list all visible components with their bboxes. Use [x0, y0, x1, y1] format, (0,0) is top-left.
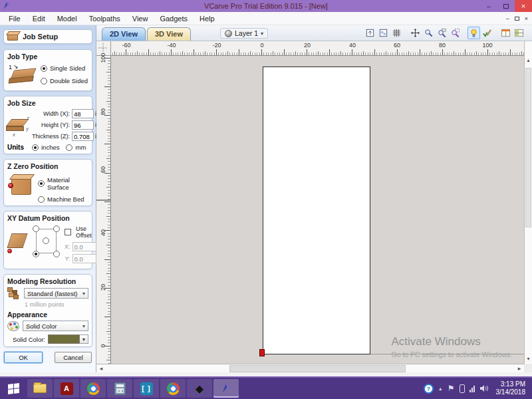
scroll-down-arrow[interactable]: ▾	[525, 354, 532, 364]
taskbar-clock[interactable]: 3:13 PM 3/14/2018	[496, 380, 529, 396]
tab-2d-view[interactable]: 2D View	[102, 27, 146, 41]
zoom-selected-icon[interactable]	[449, 27, 462, 39]
doc-restore-button[interactable]	[515, 17, 519, 21]
menu-toolpaths[interactable]: Toolpaths	[83, 12, 126, 25]
start-button[interactable]	[0, 378, 27, 399]
zoom-window-icon[interactable]	[436, 27, 448, 39]
layer-selector[interactable]: Layer 1 ▾	[220, 28, 268, 39]
job-type-icon: 1 ↘	[7, 63, 41, 88]
thickness-input[interactable]	[72, 132, 94, 141]
volume-icon[interactable]	[479, 384, 489, 392]
menu-view[interactable]: View	[126, 12, 154, 25]
help-tray-icon[interactable]: ?	[424, 384, 434, 394]
radio-material-surface-control[interactable]	[38, 180, 45, 187]
width-input[interactable]	[72, 109, 94, 118]
solid-color-swatch[interactable]	[48, 334, 80, 344]
doc-minimize-button[interactable]: –	[506, 15, 509, 22]
scroll-up-arrow[interactable]: ▴	[525, 56, 532, 65]
radio-mm-control[interactable]	[66, 144, 72, 151]
menu-model[interactable]: Model	[51, 12, 83, 25]
menu-gadgets[interactable]: Gadgets	[154, 12, 194, 25]
material-sheet[interactable]	[263, 66, 370, 354]
use-offset-option[interactable]: Use Offset	[65, 225, 96, 239]
menu-bar: File Edit Model Toolpaths View Gadgets H…	[0, 12, 532, 25]
radio-single-sided-control[interactable]	[41, 65, 47, 72]
radio-machine-bed[interactable]: Machine Bed	[38, 196, 88, 203]
offset-y-input[interactable]	[72, 254, 96, 263]
radio-material-surface[interactable]: Material Surface	[38, 176, 88, 191]
horizontal-scrollbar[interactable]: ◂ ▸	[96, 364, 524, 372]
drawing-canvas[interactable]: Activate Windows Go to PC settings to ac…	[111, 56, 524, 364]
close-button[interactable]: ×	[515, 0, 532, 12]
appearance-palette-icon	[7, 321, 19, 331]
ruler-label: 0	[253, 42, 271, 49]
clock-date: 3/14/2018	[496, 388, 526, 396]
datum-top-right-radio[interactable]	[53, 225, 60, 232]
minimize-button[interactable]: –	[480, 0, 497, 12]
radio-single-sided[interactable]: Single Sided	[41, 65, 88, 72]
cancel-button[interactable]: Cancel	[55, 352, 92, 363]
device-icon[interactable]	[460, 384, 465, 393]
horizontal-scroll-thumb[interactable]	[229, 365, 406, 372]
resolution-value: Standard (fastest)	[27, 290, 78, 297]
radio-units-inches[interactable]: inches	[32, 144, 59, 151]
radio-double-sided-control[interactable]	[41, 78, 47, 84]
doc-close-button[interactable]: ×	[525, 15, 528, 22]
radio-machine-bed-label: Machine Bed	[47, 196, 84, 203]
menu-edit[interactable]: Edit	[27, 12, 51, 25]
radio-double-sided[interactable]: Double Sided	[41, 77, 88, 84]
appearance-dropdown[interactable]: Solid Color ▾	[23, 321, 88, 331]
origin-marker[interactable]	[259, 349, 265, 356]
tile-windows-horizontal-icon[interactable]	[513, 27, 525, 39]
datum-center-radio[interactable]	[43, 237, 49, 244]
toggle-shading-icon[interactable]	[467, 27, 480, 39]
menu-help[interactable]: Help	[194, 12, 221, 25]
network-signal-icon[interactable]	[469, 385, 475, 392]
resolution-dropdown[interactable]: Standard (fastest) ▾	[24, 288, 88, 299]
solid-color-picker[interactable]: ▾	[48, 334, 88, 344]
radio-material-surface-label: Material Surface	[47, 176, 88, 191]
tile-windows-vertical-icon[interactable]	[499, 27, 512, 39]
action-center-icon[interactable]: ⚑	[448, 384, 455, 393]
window-title: VCarve Pro Trial Edition 9.015 - [New]	[0, 2, 532, 10]
appearance-value: Solid Color	[26, 323, 57, 330]
menu-file[interactable]: File	[3, 12, 27, 25]
ok-button[interactable]: OK	[4, 352, 43, 363]
radio-units-mm[interactable]: mm	[66, 144, 86, 151]
taskbar-inkscape[interactable]: ◆	[187, 379, 212, 398]
solid-color-caret[interactable]: ▾	[80, 334, 88, 344]
taskbar-chrome[interactable]	[80, 379, 106, 398]
radio-mm-label: mm	[75, 144, 86, 151]
taskbar-file-explorer[interactable]	[27, 379, 53, 398]
vertical-scroll-thumb[interactable]	[525, 68, 531, 227]
grid-icon[interactable]	[390, 27, 403, 39]
tab-3d-view[interactable]: 3D View	[147, 27, 191, 41]
refresh-2d-view-icon[interactable]	[481, 27, 493, 39]
view-toolbar: 2D View 3D View Layer 1 ▾	[96, 25, 532, 41]
zoom-to-drawing-icon[interactable]	[364, 27, 376, 39]
offset-x-input[interactable]	[72, 242, 96, 251]
zoom-interactive-icon[interactable]	[422, 27, 435, 39]
axis-y-label: y	[26, 126, 29, 132]
height-input[interactable]	[72, 120, 94, 130]
taskbar-code-app[interactable]: [ ]	[134, 379, 159, 398]
taskbar-adobe-reader[interactable]: A	[54, 379, 79, 398]
zoom-to-material-icon[interactable]	[377, 27, 390, 39]
taskbar-chrome-2[interactable]	[160, 379, 186, 398]
radio-inches-control[interactable]	[32, 144, 39, 151]
pan-icon[interactable]	[409, 27, 422, 39]
tray-overflow-icon[interactable]: ▲	[438, 386, 443, 391]
radio-machine-bed-control[interactable]	[38, 196, 45, 203]
taskbar-vcarve[interactable]	[213, 379, 239, 398]
datum-bottom-right-radio[interactable]	[53, 251, 60, 257]
use-offset-label: Use Offset	[76, 225, 96, 239]
app-window: VCarve Pro Trial Edition 9.015 - [New] –…	[0, 0, 532, 399]
maximize-button[interactable]	[497, 0, 515, 12]
vertical-scrollbar[interactable]: ▴ ▾	[524, 41, 532, 364]
datum-top-left-radio[interactable]	[33, 225, 39, 232]
taskbar-calculator[interactable]	[107, 379, 132, 398]
ruler-label: 0	[100, 336, 106, 355]
z-zero-icon	[7, 172, 38, 199]
datum-bottom-left-radio[interactable]	[33, 251, 39, 257]
use-offset-checkbox[interactable]	[65, 229, 71, 235]
